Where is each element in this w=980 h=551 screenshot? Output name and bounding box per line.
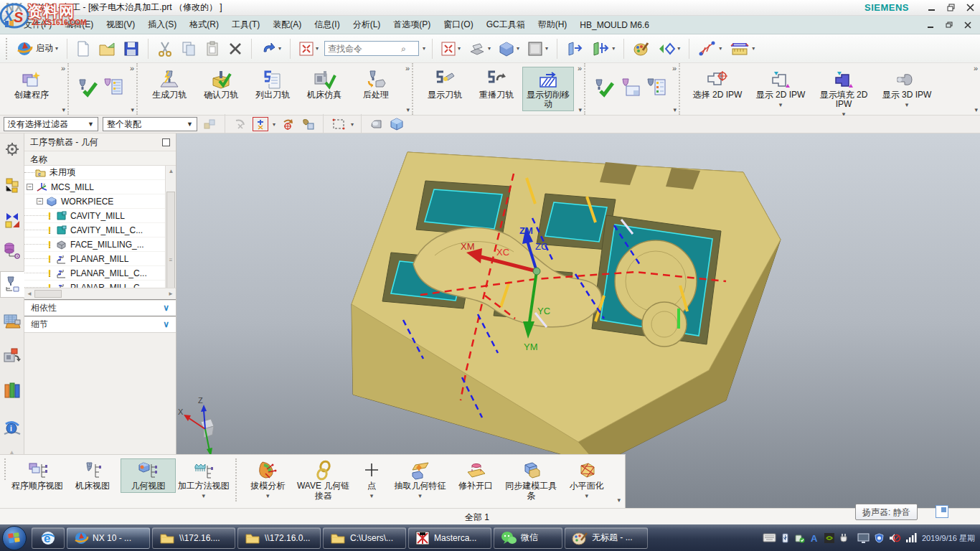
- button-drop-icon[interactable]: ▾: [266, 492, 270, 499]
- operation-navigator-tool-button[interactable]: [643, 75, 669, 98]
- group-drop-icon[interactable]: ▾: [406, 106, 410, 113]
- collapse-icon[interactable]: −: [27, 184, 33, 190]
- style-square-button[interactable]: ▾: [525, 37, 550, 60]
- usb-icon[interactable]: [781, 533, 790, 543]
- delete-button[interactable]: [226, 37, 245, 60]
- toolbar-grip[interactable]: [4, 458, 7, 480]
- selection-filter-combo[interactable]: 没有选择过滤器▼: [4, 117, 98, 131]
- menu-insert[interactable]: 插入(S): [141, 16, 183, 34]
- button-drop-icon[interactable]: ▾: [905, 101, 909, 108]
- button-drop-icon[interactable]: ▾: [779, 101, 783, 108]
- group-expand-icon[interactable]: »: [578, 65, 582, 72]
- display-icon[interactable]: [857, 533, 870, 543]
- patch-opening-button[interactable]: 修补开口: [448, 458, 503, 493]
- view-cube-icon[interactable]: [389, 117, 405, 131]
- keyboard-icon[interactable]: [763, 533, 776, 542]
- chevron-down-icon[interactable]: ∨: [163, 303, 169, 313]
- doc-minimize-button[interactable]: [927, 22, 934, 29]
- show-2d-ipw-button[interactable]: 显示 2D IPW ▾: [749, 67, 812, 110]
- toolbar-options-icon[interactable]: ▾: [617, 496, 621, 504]
- show-toolpath-button[interactable]: 显示刀轨: [419, 67, 471, 102]
- button-drop-icon[interactable]: ▾: [202, 492, 206, 499]
- menu-gc-toolbox[interactable]: GC工具箱: [480, 16, 532, 34]
- group-expand-icon[interactable]: »: [672, 65, 677, 72]
- tree-horizontal-scrollbar[interactable]: ◄ ►: [24, 288, 176, 299]
- details-section[interactable]: 细节∨: [24, 316, 176, 332]
- chevron-down-icon[interactable]: ∨: [163, 319, 169, 329]
- group-expand-icon[interactable]: »: [130, 65, 134, 72]
- operation-list-button[interactable]: [100, 75, 126, 98]
- snap-enabled-icon[interactable]: [253, 117, 268, 131]
- shear-view-button[interactable]: ▾: [466, 37, 493, 60]
- group-drop-icon[interactable]: ▾: [62, 106, 65, 113]
- nvidia-icon[interactable]: [824, 533, 834, 543]
- navigator-title-bar[interactable]: 工序导航器 - 几何: [24, 133, 176, 151]
- name-column-header[interactable]: 名称: [24, 151, 176, 166]
- menu-tools[interactable]: 工具(T): [225, 16, 266, 34]
- taskbar-nx-button[interactable]: NX 10 - ...: [67, 527, 150, 549]
- operation-navigator-icon[interactable]: [0, 271, 24, 298]
- group-expand-icon[interactable]: »: [405, 65, 410, 72]
- scrollbar-thumb[interactable]: ≡: [166, 192, 175, 288]
- constraint-navigator-icon[interactable]: [2, 210, 22, 230]
- list-toolpath-button[interactable]: 列出刀轨: [247, 67, 298, 102]
- create-program-button[interactable]: 创建程序: [6, 67, 57, 102]
- tool-sheet-button[interactable]: [617, 75, 643, 98]
- minimize-button[interactable]: [928, 4, 936, 11]
- tree-row-unused[interactable]: e 未用项: [24, 166, 176, 180]
- taskbar-wechat-button[interactable]: 微信: [494, 527, 562, 549]
- roller-gear-icon[interactable]: [2, 139, 22, 159]
- toolbar-grip[interactable]: [6, 38, 9, 60]
- restore-button[interactable]: [947, 4, 955, 11]
- assembly-filter-icon[interactable]: [202, 117, 217, 131]
- fit-view-button[interactable]: ▾: [297, 37, 321, 60]
- network-signal-icon[interactable]: [905, 533, 917, 542]
- start-menu-button[interactable]: 启动 ▾: [14, 37, 60, 60]
- button-drop-icon[interactable]: ▾: [370, 492, 374, 499]
- web-browser-icon[interactable]: i: [2, 418, 22, 438]
- taskbar-folder2-button[interactable]: \\172.16.0...: [237, 527, 321, 549]
- taskbar-mastercam-button[interactable]: Masterca...: [408, 527, 491, 549]
- open-file-button[interactable]: [96, 37, 118, 60]
- window-preview-icon[interactable]: [936, 505, 948, 518]
- menu-view[interactable]: 视图(V): [100, 16, 141, 34]
- machine-tool-view-button[interactable]: 机床视图: [65, 458, 120, 493]
- undo-button[interactable]: ▾: [258, 37, 283, 60]
- paste-button[interactable]: [202, 37, 222, 60]
- synchronous-modeling-button[interactable]: 同步建模工具条: [504, 458, 559, 503]
- group-drop-icon[interactable]: ▾: [673, 106, 677, 113]
- show-fill-2d-ipw-button[interactable]: 显示填充 2D IPW ▾: [812, 67, 875, 120]
- machining-method-view-button[interactable]: 加工方法视图 ▾: [176, 458, 231, 501]
- post-process-button[interactable]: 后处理: [350, 67, 402, 102]
- show-cutting-moves-button[interactable]: 显示切削移动: [522, 67, 574, 111]
- new-file-button[interactable]: [74, 37, 93, 60]
- menu-hb-mould[interactable]: HB_MOULD M6.6: [573, 17, 656, 33]
- graphics-viewport[interactable]: XM XC ZM ZC YC YM X: [176, 133, 980, 508]
- menu-window[interactable]: 窗口(O): [437, 16, 479, 34]
- doc-restore-button[interactable]: [946, 22, 953, 29]
- group-drop-icon[interactable]: ▾: [131, 106, 134, 113]
- assembly-navigator-icon[interactable]: [2, 175, 22, 195]
- button-drop-icon[interactable]: ▾: [585, 492, 588, 499]
- menu-information[interactable]: 信息(I): [308, 16, 346, 34]
- doc-close-button[interactable]: [964, 22, 971, 29]
- save-button[interactable]: [121, 37, 141, 60]
- shield-icon[interactable]: [875, 533, 884, 543]
- command-search-box[interactable]: ⌕: [324, 41, 419, 56]
- part-navigator-icon[interactable]: [2, 240, 22, 260]
- dependencies-section[interactable]: 相依性∨: [24, 299, 176, 316]
- fit-window-button[interactable]: ▾: [439, 37, 463, 60]
- workpiece-tool-icon[interactable]: [300, 117, 316, 131]
- shaded-cube-button[interactable]: ▾: [496, 37, 522, 60]
- taskbar-folder3-button[interactable]: C:\Users\...: [323, 527, 406, 549]
- ruler-button[interactable]: ▾: [727, 37, 757, 60]
- tree-row-cavity-mill[interactable]: ! CAVITY_MILL: [24, 209, 176, 223]
- menu-analysis[interactable]: 分析(L): [347, 16, 387, 34]
- extract-geometry-button[interactable]: 抽取几何特征 ▾: [392, 458, 448, 501]
- facet-body-button[interactable]: 小平面化 ▾: [559, 458, 614, 501]
- menu-format[interactable]: 格式(R): [183, 16, 225, 34]
- rotate-point-icon[interactable]: [280, 117, 296, 131]
- button-drop-icon[interactable]: ▾: [418, 492, 422, 499]
- tree-row-planar-mill[interactable]: ! PLANAR_MILL: [24, 252, 176, 266]
- taskbar-paint-button[interactable]: 无标题 - ...: [565, 527, 648, 549]
